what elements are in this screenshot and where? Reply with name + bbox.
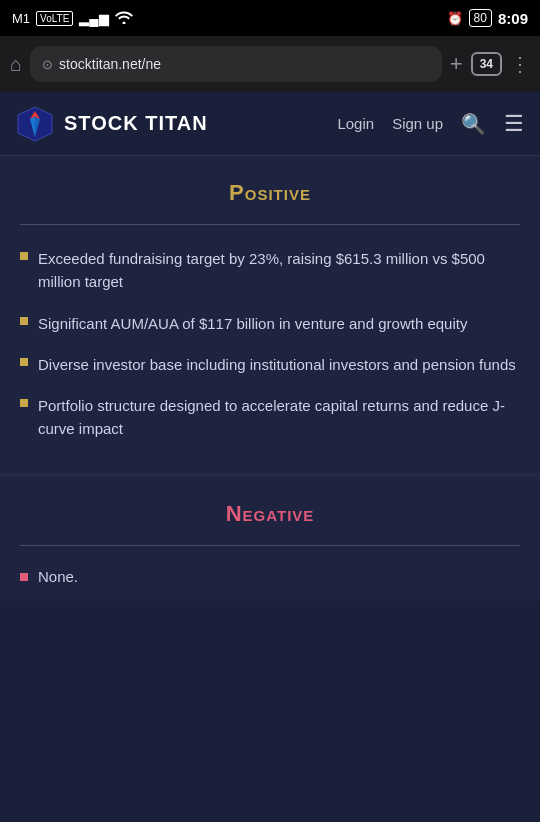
bullet-text: Portfolio structure designed to accelera…: [38, 394, 520, 441]
bullet-text: Exceeded fundraising target by 23%, rais…: [38, 247, 520, 294]
negative-bullet-list: None.: [20, 568, 520, 585]
bullet-icon: [20, 358, 28, 366]
bullet-neg-icon: [20, 573, 28, 581]
tabs-button[interactable]: 34: [471, 52, 502, 76]
new-tab-button[interactable]: +: [450, 51, 463, 77]
battery-icon: 80: [469, 11, 492, 25]
positive-section: Positive Exceeded fundraising target by …: [0, 156, 540, 477]
positive-title: Positive: [20, 180, 520, 206]
bullet-icon: [20, 399, 28, 407]
main-content: Positive Exceeded fundraising target by …: [0, 156, 540, 822]
home-button[interactable]: ⌂: [10, 53, 22, 76]
status-bar: M1 VoLTE ▂▄▆ ⏰ 80 8:09: [0, 0, 540, 36]
nav-bar: STOCK TITAN Login Sign up 🔍 ☰: [0, 92, 540, 156]
list-item: Diverse investor base including institut…: [20, 353, 520, 376]
status-left: M1 VoLTE ▂▄▆: [12, 10, 133, 27]
status-right: ⏰ 80 8:09: [447, 10, 528, 27]
list-item: Exceeded fundraising target by 23%, rais…: [20, 247, 520, 294]
browser-chrome: ⌂ ⊙ stocktitan.net/ne + 34 ⋮: [0, 36, 540, 92]
nav-links: Login Sign up 🔍 ☰: [337, 111, 524, 137]
nav-logo[interactable]: STOCK TITAN: [16, 105, 337, 143]
signal-icon: ▂▄▆: [79, 11, 108, 26]
list-item: Significant AUM/AUA of $117 billion in v…: [20, 312, 520, 335]
negative-divider: [20, 545, 520, 546]
volte-badge: VoLTE: [36, 11, 73, 26]
alarm-icon: ⏰: [447, 11, 463, 26]
time-display: 8:09: [498, 10, 528, 27]
menu-icon[interactable]: ☰: [504, 111, 524, 137]
list-item: Portfolio structure designed to accelera…: [20, 394, 520, 441]
url-text: stocktitan.net/ne: [59, 56, 161, 72]
browser-menu-button[interactable]: ⋮: [510, 52, 530, 76]
bullet-text: Significant AUM/AUA of $117 billion in v…: [38, 312, 467, 335]
nav-logo-text: STOCK TITAN: [64, 112, 208, 135]
carrier-label: M1: [12, 11, 30, 26]
url-security-icon: ⊙: [42, 57, 53, 72]
bullet-neg-text: None.: [38, 568, 78, 585]
bullet-icon: [20, 252, 28, 260]
login-link[interactable]: Login: [337, 115, 374, 132]
negative-section: Negative None.: [0, 477, 540, 601]
search-icon[interactable]: 🔍: [461, 112, 486, 136]
wifi-icon: [115, 10, 133, 27]
bullet-icon: [20, 317, 28, 325]
logo-icon: [16, 105, 54, 143]
positive-bullet-list: Exceeded fundraising target by 23%, rais…: [20, 247, 520, 441]
bullet-text: Diverse investor base including institut…: [38, 353, 516, 376]
url-bar[interactable]: ⊙ stocktitan.net/ne: [30, 46, 442, 82]
signup-link[interactable]: Sign up: [392, 115, 443, 132]
negative-title: Negative: [20, 501, 520, 527]
positive-divider: [20, 224, 520, 225]
